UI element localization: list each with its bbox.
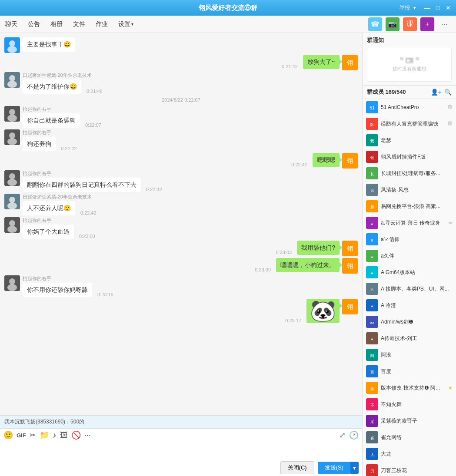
list-item[interactable]: 翎 翎风盾封挂插件F版 — [363, 149, 456, 165]
avatar — [4, 129, 20, 145]
window-controls: — □ ✕ — [424, 4, 452, 11]
member-name: 翎风盾封挂插件F版 — [381, 153, 453, 161]
search-member-icon[interactable]: 🔍 — [444, 89, 452, 96]
svg-point-2 — [7, 46, 17, 53]
list-item[interactable]: 不 不知火舞 — [363, 396, 456, 413]
avatar — [4, 217, 20, 233]
gif-btn[interactable]: GIF — [17, 432, 26, 439]
music-btn[interactable]: ♪ — [53, 431, 57, 440]
main-container: 主要是找事干😄 翎 0:21:42 放狗去了~ — [0, 33, 456, 476]
folder-btn[interactable]: 📁 — [40, 430, 49, 440]
restore-button[interactable]: □ — [434, 4, 441, 11]
list-item[interactable]: 51 51 AntiCheatPro 管 — [363, 99, 456, 116]
svg-text:翎: 翎 — [346, 303, 353, 310]
avatar: a — [366, 217, 378, 229]
nav-homework[interactable]: 作业 — [95, 19, 109, 30]
message-time: 0:22:07 — [85, 122, 101, 128]
list-item[interactable]: 阿 阿浪 — [363, 347, 456, 363]
member-name: 长城封挂/处理病毒/服务... — [381, 170, 453, 177]
phone-btn[interactable]: ☎ — [368, 17, 382, 31]
message-bubble: 你自己就是条舔狗 — [23, 113, 80, 128]
history-btn[interactable]: 🕐 — [349, 430, 359, 440]
list-item[interactable]: A A传奇技术-刘工 — [363, 330, 456, 347]
nav-settings[interactable]: 设置 ▾ — [117, 19, 134, 30]
svg-point-7 — [7, 81, 17, 88]
list-item[interactable]: 版 版本修改-技术支持❶ 阿... ★ — [363, 380, 456, 396]
svg-text:A: A — [371, 271, 373, 275]
input-notification: 我本沉默飞扬(385331690)：500的 — [0, 416, 362, 429]
nav-album[interactable]: 相册 — [50, 19, 63, 30]
more-toolbar-btn[interactable]: ··· — [84, 431, 91, 440]
cut-btn[interactable]: ✂ — [30, 430, 36, 440]
at-btn[interactable]: 🚫 — [71, 430, 81, 440]
group-notice: 群通知 暂时没有新通知 — [363, 33, 456, 86]
close-button[interactable]: ✕ — [445, 4, 452, 11]
avatar: 翎 — [342, 241, 358, 256]
svg-text:A: A — [371, 288, 373, 292]
list-item[interactable]: 长 长城封挂/处理病毒/服务... — [363, 165, 456, 182]
message-time: 0:23:00 — [79, 234, 95, 239]
more-btn[interactable]: ··· — [438, 17, 452, 31]
minimize-button[interactable]: — — [424, 4, 431, 11]
list-item[interactable]: A A Gm64版本站 — [363, 264, 456, 281]
member-name: a'✓信仰 — [381, 236, 453, 243]
list-item[interactable]: a a.寻云计算-薄日 传奇业务 ✏ — [363, 215, 456, 231]
list-item[interactable]: a a久伴 — [363, 248, 456, 264]
avatar: 翎 — [366, 151, 378, 163]
close-chat-button[interactable]: 关闭(C) — [280, 461, 314, 474]
table-row: 主要是找事干😄 — [4, 37, 358, 53]
list-item[interactable]: 防 谨防有人冒充群管理骗钱 管 — [363, 116, 456, 132]
list-item[interactable]: 易 易网兑换平台-浪浪 高素... — [363, 198, 456, 215]
svg-text:a: a — [371, 255, 373, 259]
list-item[interactable]: 大 大龙 — [363, 446, 456, 462]
list-item[interactable]: Ad Admin/ws剑❶ — [363, 314, 456, 330]
avatar: A — [366, 299, 378, 311]
member-name: Admin/ws剑❶ — [381, 318, 453, 326]
avatar: 阿 — [366, 349, 378, 361]
svg-text:翎: 翎 — [346, 245, 353, 252]
nav-chat[interactable]: 聊天 — [4, 19, 18, 30]
avatar: a — [366, 250, 378, 262]
member-name: 刀客三枝花 — [381, 467, 453, 474]
chat-messages[interactable]: 主要是找事干😄 翎 0:21:42 放狗去了~ — [0, 33, 362, 415]
expand-btn[interactable]: ⤢ — [339, 430, 346, 440]
message-input[interactable] — [0, 442, 362, 459]
list-item[interactable]: 崔 崔允网络 — [363, 429, 456, 446]
message-time: 0:21:46 — [87, 89, 103, 94]
video-btn[interactable]: 📷 — [386, 17, 399, 31]
svg-text:A: A — [371, 304, 373, 308]
list-item[interactable]: 百 百度 — [363, 363, 456, 380]
send-dropdown-button[interactable]: ▾ — [350, 462, 359, 474]
nav-file[interactable]: 文件 — [72, 19, 86, 30]
svg-text:翎: 翎 — [346, 262, 353, 269]
input-area: 我本沉默飞扬(385331690)：500的 🙂 GIF ✂ 📁 ♪ 🖼 🚫 ·… — [0, 415, 362, 476]
members-list[interactable]: 51 51 AntiCheatPro 管 防 谨防有人冒充群管理骗钱 管 老 老… — [363, 99, 456, 476]
send-button[interactable]: 发送(S) — [318, 462, 350, 474]
svg-text:A: A — [371, 337, 373, 341]
image-btn[interactable]: 🖼 — [60, 431, 68, 440]
avatar: Ad — [366, 316, 378, 328]
avatar: A — [366, 283, 378, 295]
svg-point-10 — [7, 115, 17, 122]
add-btn[interactable]: + — [420, 17, 434, 31]
list-item[interactable]: 老 老瑟 — [363, 132, 456, 149]
message-bubble: 人不还养人呢🙂 — [23, 201, 75, 215]
add-member-icon[interactable]: 👤+ — [431, 89, 442, 96]
list-item[interactable]: 风 风清扬-风总 — [363, 182, 456, 198]
nav-notice[interactable]: 公告 — [27, 19, 41, 30]
emoji-btn[interactable]: 🙂 — [3, 430, 13, 440]
list-item[interactable]: 刀 刀客三枝花 — [363, 462, 456, 476]
chevron-down-icon[interactable]: ▾ — [413, 5, 416, 11]
message-bubble: 放狗去了~ — [303, 55, 340, 69]
title-bar: 翎风爱好者交流⑤群 举报 ▾ — □ ✕ — [0, 0, 456, 16]
message-content: 0:23:03 我用舔他们? — [276, 241, 343, 255]
list-item[interactable]: A A 接脚本、各类PS、UI、网... — [363, 281, 456, 297]
report-btn[interactable]: 举报 — [399, 4, 410, 12]
list-item[interactable]: a a'✓信仰 — [363, 231, 456, 248]
member-name: A 接脚本、各类PS、UI、网... — [381, 285, 453, 293]
nav-bar: 聊天 公告 相册 文件 作业 设置 ▾ ☎ 📷 课 + ··· — [0, 16, 456, 33]
list-item[interactable]: 采 采紫薇的凌晋子 — [363, 413, 456, 429]
list-item[interactable]: A A 冷澄 — [363, 297, 456, 314]
course-btn[interactable]: 课 — [403, 17, 417, 31]
notice-dots — [400, 57, 419, 64]
